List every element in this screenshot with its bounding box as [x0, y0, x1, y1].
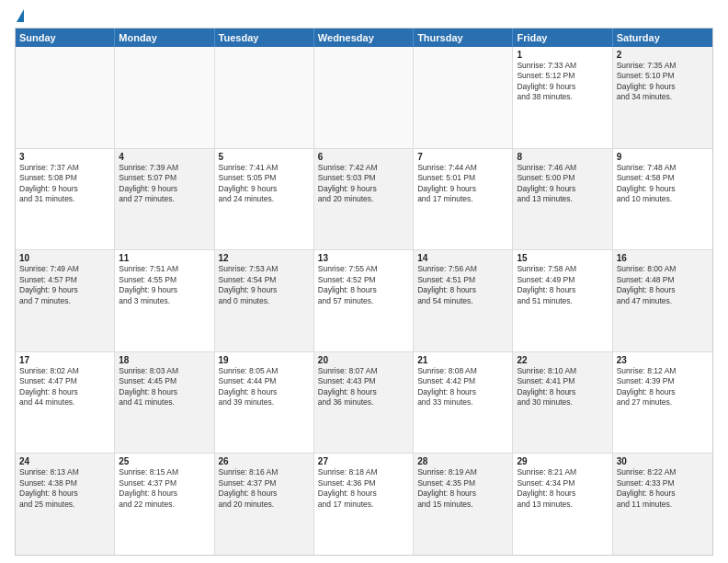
day-16: 16Sunrise: 8:00 AM Sunset: 4:48 PM Dayli…	[613, 250, 712, 351]
day-2: 2Sunrise: 7:35 AM Sunset: 5:10 PM Daylig…	[613, 47, 712, 148]
day-number: 2	[617, 50, 709, 60]
calendar-week-3: 10Sunrise: 7:49 AM Sunset: 4:57 PM Dayli…	[16, 249, 712, 351]
day-27: 27Sunrise: 8:18 AM Sunset: 4:36 PM Dayli…	[314, 454, 414, 555]
empty-cell	[314, 47, 414, 148]
day-24: 24Sunrise: 8:13 AM Sunset: 4:38 PM Dayli…	[16, 454, 115, 555]
day-1: 1Sunrise: 7:33 AM Sunset: 5:12 PM Daylig…	[513, 47, 612, 148]
day-info: Sunrise: 7:37 AM Sunset: 5:08 PM Dayligh…	[19, 163, 110, 205]
day-number: 3	[19, 152, 110, 162]
day-number: 22	[517, 355, 608, 365]
day-info: Sunrise: 7:48 AM Sunset: 4:58 PM Dayligh…	[617, 163, 709, 205]
day-number: 15	[517, 253, 608, 263]
day-21: 21Sunrise: 8:08 AM Sunset: 4:42 PM Dayli…	[414, 352, 513, 454]
header-day-friday: Friday	[513, 29, 612, 47]
day-12: 12Sunrise: 7:53 AM Sunset: 4:54 PM Dayli…	[215, 250, 314, 351]
day-info: Sunrise: 8:18 AM Sunset: 4:36 PM Dayligh…	[318, 467, 409, 510]
day-number: 17	[19, 355, 110, 365]
day-info: Sunrise: 7:53 AM Sunset: 4:54 PM Dayligh…	[219, 264, 310, 306]
day-22: 22Sunrise: 8:10 AM Sunset: 4:41 PM Dayli…	[513, 352, 612, 454]
day-29: 29Sunrise: 8:21 AM Sunset: 4:34 PM Dayli…	[513, 454, 612, 555]
day-19: 19Sunrise: 8:05 AM Sunset: 4:44 PM Dayli…	[215, 352, 314, 454]
day-number: 21	[417, 355, 508, 365]
day-info: Sunrise: 7:46 AM Sunset: 5:00 PM Dayligh…	[517, 163, 608, 205]
day-info: Sunrise: 7:56 AM Sunset: 4:51 PM Dayligh…	[417, 264, 508, 306]
empty-cell	[414, 47, 513, 148]
day-3: 3Sunrise: 7:37 AM Sunset: 5:08 PM Daylig…	[16, 149, 115, 250]
day-number: 7	[417, 152, 508, 162]
day-5: 5Sunrise: 7:41 AM Sunset: 5:05 PM Daylig…	[215, 149, 314, 250]
day-info: Sunrise: 8:00 AM Sunset: 4:48 PM Dayligh…	[617, 264, 709, 306]
day-number: 5	[219, 152, 310, 162]
empty-cell	[16, 47, 115, 148]
day-number: 10	[19, 253, 110, 263]
empty-cell	[115, 47, 214, 148]
day-number: 6	[318, 152, 409, 162]
day-4: 4Sunrise: 7:39 AM Sunset: 5:07 PM Daylig…	[115, 149, 214, 250]
day-number: 20	[318, 355, 409, 365]
day-info: Sunrise: 7:49 AM Sunset: 4:57 PM Dayligh…	[19, 264, 110, 306]
header	[15, 11, 713, 22]
calendar-week-5: 24Sunrise: 8:13 AM Sunset: 4:38 PM Dayli…	[16, 453, 712, 555]
day-9: 9Sunrise: 7:48 AM Sunset: 4:58 PM Daylig…	[613, 149, 712, 250]
day-18: 18Sunrise: 8:03 AM Sunset: 4:45 PM Dayli…	[115, 352, 214, 454]
logo-triangle-icon	[17, 9, 24, 22]
day-info: Sunrise: 7:51 AM Sunset: 4:55 PM Dayligh…	[119, 264, 210, 306]
day-number: 12	[219, 253, 310, 263]
day-26: 26Sunrise: 8:16 AM Sunset: 4:37 PM Dayli…	[215, 454, 314, 555]
day-number: 26	[219, 456, 310, 466]
day-info: Sunrise: 8:10 AM Sunset: 4:41 PM Dayligh…	[517, 366, 608, 408]
day-14: 14Sunrise: 7:56 AM Sunset: 4:51 PM Dayli…	[414, 250, 513, 351]
day-info: Sunrise: 7:58 AM Sunset: 4:49 PM Dayligh…	[517, 264, 608, 306]
day-info: Sunrise: 8:16 AM Sunset: 4:37 PM Dayligh…	[219, 467, 310, 510]
day-number: 19	[219, 355, 310, 365]
calendar-week-1: 1Sunrise: 7:33 AM Sunset: 5:12 PM Daylig…	[16, 47, 712, 148]
day-info: Sunrise: 8:08 AM Sunset: 4:42 PM Dayligh…	[417, 366, 508, 408]
day-info: Sunrise: 7:35 AM Sunset: 5:10 PM Dayligh…	[617, 61, 709, 103]
day-8: 8Sunrise: 7:46 AM Sunset: 5:00 PM Daylig…	[513, 149, 612, 250]
day-number: 9	[617, 152, 709, 162]
day-number: 8	[517, 152, 608, 162]
header-day-saturday: Saturday	[613, 29, 712, 47]
day-info: Sunrise: 8:07 AM Sunset: 4:43 PM Dayligh…	[318, 366, 409, 408]
day-info: Sunrise: 8:15 AM Sunset: 4:37 PM Dayligh…	[119, 467, 210, 510]
logo	[15, 13, 24, 22]
header-day-monday: Monday	[115, 29, 214, 47]
header-day-thursday: Thursday	[414, 29, 513, 47]
calendar-week-2: 3Sunrise: 7:37 AM Sunset: 5:08 PM Daylig…	[16, 148, 712, 250]
day-info: Sunrise: 7:39 AM Sunset: 5:07 PM Dayligh…	[119, 163, 210, 205]
day-number: 11	[119, 253, 210, 263]
day-info: Sunrise: 8:02 AM Sunset: 4:47 PM Dayligh…	[19, 366, 110, 408]
day-number: 25	[119, 456, 210, 466]
calendar-header: SundayMondayTuesdayWednesdayThursdayFrid…	[16, 29, 712, 47]
calendar: SundayMondayTuesdayWednesdayThursdayFrid…	[15, 28, 713, 556]
day-info: Sunrise: 7:42 AM Sunset: 5:03 PM Dayligh…	[318, 163, 409, 205]
header-day-wednesday: Wednesday	[314, 29, 414, 47]
day-info: Sunrise: 8:21 AM Sunset: 4:34 PM Dayligh…	[517, 467, 608, 510]
day-info: Sunrise: 8:03 AM Sunset: 4:45 PM Dayligh…	[119, 366, 210, 408]
day-number: 13	[318, 253, 409, 263]
day-info: Sunrise: 8:22 AM Sunset: 4:33 PM Dayligh…	[617, 467, 709, 510]
day-info: Sunrise: 8:05 AM Sunset: 4:44 PM Dayligh…	[219, 366, 310, 408]
day-info: Sunrise: 7:41 AM Sunset: 5:05 PM Dayligh…	[219, 163, 310, 205]
day-11: 11Sunrise: 7:51 AM Sunset: 4:55 PM Dayli…	[115, 250, 214, 351]
day-6: 6Sunrise: 7:42 AM Sunset: 5:03 PM Daylig…	[314, 149, 414, 250]
day-13: 13Sunrise: 7:55 AM Sunset: 4:52 PM Dayli…	[314, 250, 414, 351]
day-number: 14	[417, 253, 508, 263]
day-number: 29	[517, 456, 608, 466]
day-info: Sunrise: 8:13 AM Sunset: 4:38 PM Dayligh…	[19, 467, 110, 510]
day-20: 20Sunrise: 8:07 AM Sunset: 4:43 PM Dayli…	[314, 352, 414, 454]
calendar-body: 1Sunrise: 7:33 AM Sunset: 5:12 PM Daylig…	[16, 47, 712, 555]
day-number: 4	[119, 152, 210, 162]
day-info: Sunrise: 7:55 AM Sunset: 4:52 PM Dayligh…	[318, 264, 409, 306]
day-number: 27	[318, 456, 409, 466]
day-number: 24	[19, 456, 110, 466]
empty-cell	[215, 47, 314, 148]
day-25: 25Sunrise: 8:15 AM Sunset: 4:37 PM Dayli…	[115, 454, 214, 555]
day-number: 18	[119, 355, 210, 365]
day-info: Sunrise: 8:19 AM Sunset: 4:35 PM Dayligh…	[417, 467, 508, 510]
day-number: 1	[517, 50, 608, 60]
day-info: Sunrise: 7:44 AM Sunset: 5:01 PM Dayligh…	[417, 163, 508, 205]
calendar-week-4: 17Sunrise: 8:02 AM Sunset: 4:47 PM Dayli…	[16, 351, 712, 454]
day-number: 30	[617, 456, 709, 466]
day-10: 10Sunrise: 7:49 AM Sunset: 4:57 PM Dayli…	[16, 250, 115, 351]
